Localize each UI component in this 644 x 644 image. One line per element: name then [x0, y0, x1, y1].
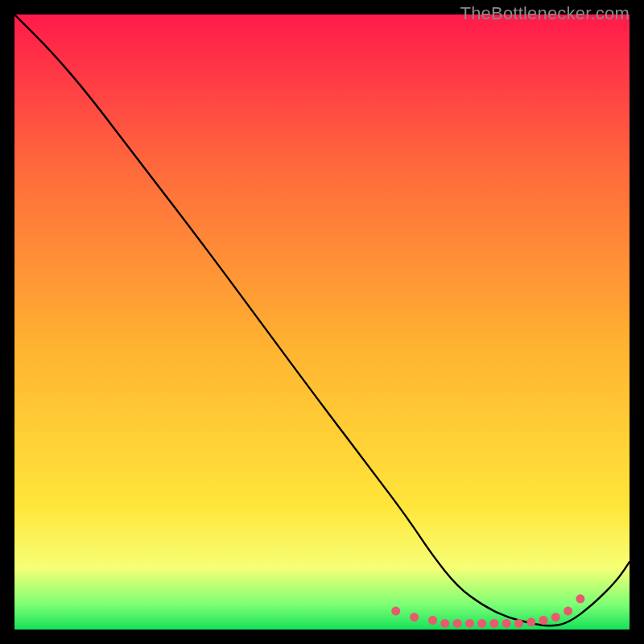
marker-dot [391, 607, 400, 616]
marker-dot [502, 619, 511, 628]
marker-dot [564, 607, 572, 616]
marker-dot [576, 594, 584, 603]
marker-dot [440, 619, 449, 628]
marker-dot [410, 613, 419, 621]
chart-stage: TheBottlenecker.com [0, 0, 644, 644]
plot-area [14, 14, 630, 630]
low-band-markers [391, 594, 584, 628]
marker-dot [465, 619, 474, 628]
marker-dot [551, 613, 560, 621]
curve-layer [14, 14, 630, 630]
marker-dot [453, 619, 462, 628]
marker-dot [514, 619, 523, 628]
marker-dot [489, 619, 498, 628]
marker-dot [539, 616, 548, 625]
watermark-text: TheBottlenecker.com [460, 3, 630, 24]
bottleneck-curve [14, 14, 630, 625]
marker-dot [477, 619, 486, 628]
marker-dot [526, 617, 535, 626]
marker-dot [428, 616, 437, 625]
